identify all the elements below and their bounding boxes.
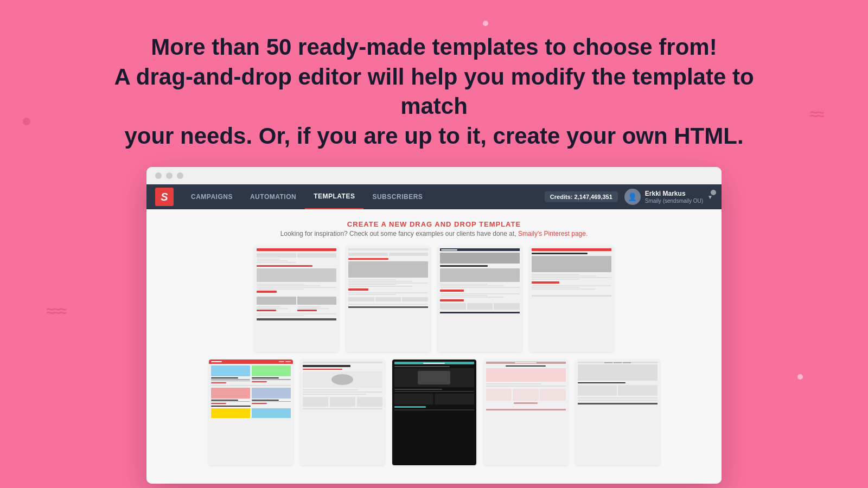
browser-titlebar (146, 167, 722, 184)
template-card-bike[interactable] (301, 359, 385, 465)
template-img-2 (346, 246, 430, 352)
template-img-bike (301, 359, 385, 465)
app-logo: S (155, 188, 174, 206)
template-img-1 (254, 246, 339, 352)
browser-close-btn[interactable] (155, 172, 162, 179)
template-img-shoes (392, 359, 476, 465)
app-navbar: S CAMPAIGNS AUTOMATION TEMPLATES SUBSCRI… (146, 184, 722, 209)
section-header: CREATE A NEW DRAG AND DROP TEMPLATE Look… (163, 220, 705, 237)
template-img-eyewear (576, 359, 660, 465)
hero-title: More than 50 ready-made templates to cho… (108, 33, 760, 151)
user-email: Smaily (sendsmaily OU) (645, 198, 703, 204)
template-grid-row1 (163, 246, 705, 352)
credits-badge: Credits: 2,147,469,351 (545, 191, 618, 202)
nav-automation[interactable]: AUTOMATION (241, 184, 305, 209)
nav-right: Credits: 2,147,469,351 👤 Erkki Markus Sm… (545, 189, 713, 205)
template-card-2[interactable] (346, 246, 430, 352)
nav-templates[interactable]: TEMPLATES (305, 184, 363, 209)
template-img-travel (209, 359, 293, 465)
nav-subscribers[interactable]: SUBSCRIBERS (363, 184, 431, 209)
template-card-cosmetics[interactable] (484, 359, 568, 465)
user-info: 👤 Erkki Markus Smaily (sendsmaily OU) ▼ (624, 189, 713, 205)
user-name: Erkki Markus (645, 190, 703, 197)
user-text: Erkki Markus Smaily (sendsmaily OU) (645, 190, 703, 204)
template-card-1[interactable] (254, 246, 339, 352)
template-img-3 (438, 246, 522, 352)
pinterest-link[interactable]: Smaily's Pinterest page. (518, 230, 588, 237)
browser-maximize-btn[interactable] (177, 172, 183, 179)
template-img-4 (529, 246, 614, 352)
browser-minimize-btn[interactable] (166, 172, 173, 179)
app-content: CREATE A NEW DRAG AND DROP TEMPLATE Look… (146, 209, 722, 484)
credits-label: Credits: (550, 194, 573, 200)
template-card-3[interactable] (438, 246, 522, 352)
browser-window: S CAMPAIGNS AUTOMATION TEMPLATES SUBSCRI… (146, 167, 722, 484)
avatar: 👤 (624, 189, 641, 205)
nav-campaigns[interactable]: CAMPAIGNS (182, 184, 241, 209)
template-card-eyewear[interactable] (576, 359, 660, 465)
deco-dot-4 (797, 374, 803, 380)
section-title: CREATE A NEW DRAG AND DROP TEMPLATE (163, 220, 705, 228)
section-subtitle: Looking for inspiration? Check out some … (163, 230, 705, 237)
hero-section: More than 50 ready-made templates to cho… (0, 0, 868, 167)
deco-squiggle-left: ≈≈≈ (46, 303, 65, 320)
credits-value: 2,147,469,351 (574, 194, 612, 200)
template-card-shoes[interactable] (392, 359, 476, 465)
template-grid-row2 (163, 359, 705, 465)
template-img-cosmetics (484, 359, 568, 465)
template-card-4[interactable] (529, 246, 614, 352)
nav-items: CAMPAIGNS AUTOMATION TEMPLATES SUBSCRIBE… (182, 184, 545, 209)
template-card-travel[interactable] (209, 359, 293, 465)
chevron-down-icon[interactable]: ▼ (707, 194, 713, 200)
